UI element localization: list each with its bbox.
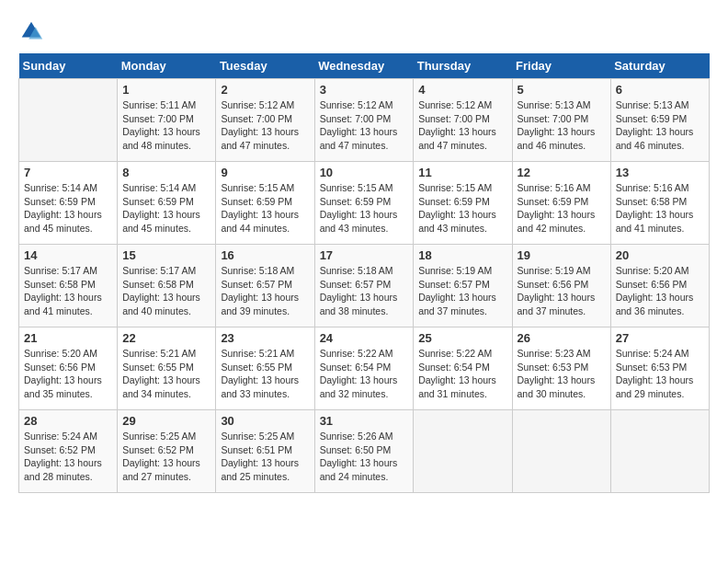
calendar-cell: 9Sunrise: 5:15 AMSunset: 6:59 PMDaylight… (216, 162, 314, 245)
calendar-cell (610, 410, 709, 493)
calendar-cell: 2Sunrise: 5:12 AMSunset: 7:00 PMDaylight… (216, 79, 314, 162)
day-info: Sunrise: 5:24 AMSunset: 6:53 PMDaylight:… (616, 347, 704, 401)
day-info: Sunrise: 5:22 AMSunset: 6:54 PMDaylight:… (418, 347, 506, 401)
weekday-header-row: SundayMondayTuesdayWednesdayThursdayFrid… (19, 53, 710, 79)
calendar-cell: 11Sunrise: 5:15 AMSunset: 6:59 PMDayligh… (414, 162, 512, 245)
day-number: 11 (418, 166, 506, 179)
day-info: Sunrise: 5:12 AMSunset: 7:00 PMDaylight:… (221, 98, 309, 153)
calendar-cell: 26Sunrise: 5:23 AMSunset: 6:53 PMDayligh… (512, 327, 610, 410)
day-number: 21 (24, 331, 112, 345)
calendar-cell: 20Sunrise: 5:20 AMSunset: 6:56 PMDayligh… (610, 245, 709, 327)
calendar-week-row: 1Sunrise: 5:11 AMSunset: 7:00 PMDaylight… (19, 79, 710, 162)
day-info: Sunrise: 5:19 AMSunset: 6:56 PMDaylight:… (518, 264, 606, 318)
day-number: 30 (221, 414, 309, 428)
calendar-cell: 17Sunrise: 5:18 AMSunset: 6:57 PMDayligh… (314, 245, 414, 327)
day-number: 25 (418, 331, 506, 345)
calendar-cell: 8Sunrise: 5:14 AMSunset: 6:59 PMDaylight… (118, 162, 216, 245)
day-number: 24 (320, 331, 409, 345)
day-number: 4 (418, 83, 506, 97)
calendar-cell: 7Sunrise: 5:14 AMSunset: 6:59 PMDaylight… (19, 162, 118, 245)
calendar-week-row: 7Sunrise: 5:14 AMSunset: 6:59 PMDaylight… (19, 162, 710, 245)
day-info: Sunrise: 5:26 AMSunset: 6:50 PMDaylight:… (320, 430, 409, 484)
calendar-cell: 13Sunrise: 5:16 AMSunset: 6:58 PMDayligh… (610, 162, 709, 245)
day-info: Sunrise: 5:25 AMSunset: 6:51 PMDaylight:… (221, 430, 309, 484)
day-number: 29 (122, 414, 210, 428)
weekday-header: Tuesday (216, 53, 314, 79)
day-info: Sunrise: 5:14 AMSunset: 6:59 PMDaylight:… (122, 181, 210, 236)
day-number: 16 (221, 248, 309, 262)
day-info: Sunrise: 5:14 AMSunset: 6:59 PMDaylight:… (24, 181, 112, 236)
day-info: Sunrise: 5:20 AMSunset: 6:56 PMDaylight:… (616, 264, 704, 318)
calendar-cell: 12Sunrise: 5:16 AMSunset: 6:59 PMDayligh… (512, 162, 610, 245)
day-number: 17 (320, 248, 409, 262)
day-number: 9 (221, 166, 309, 179)
day-info: Sunrise: 5:20 AMSunset: 6:56 PMDaylight:… (24, 347, 112, 401)
calendar-cell: 3Sunrise: 5:12 AMSunset: 7:00 PMDaylight… (314, 79, 414, 162)
calendar-week-row: 21Sunrise: 5:20 AMSunset: 6:56 PMDayligh… (19, 327, 710, 410)
calendar-week-row: 14Sunrise: 5:17 AMSunset: 6:58 PMDayligh… (19, 245, 710, 327)
calendar-cell: 6Sunrise: 5:13 AMSunset: 6:59 PMDaylight… (610, 79, 709, 162)
day-info: Sunrise: 5:11 AMSunset: 7:00 PMDaylight:… (122, 98, 210, 153)
day-info: Sunrise: 5:21 AMSunset: 6:55 PMDaylight:… (221, 347, 309, 401)
day-info: Sunrise: 5:15 AMSunset: 6:59 PMDaylight:… (418, 181, 506, 236)
calendar-cell: 18Sunrise: 5:19 AMSunset: 6:57 PMDayligh… (414, 245, 512, 327)
calendar-cell: 29Sunrise: 5:25 AMSunset: 6:52 PMDayligh… (118, 410, 216, 493)
calendar-cell (414, 410, 512, 493)
calendar-cell (512, 410, 610, 493)
day-number: 18 (418, 248, 506, 262)
calendar-cell: 21Sunrise: 5:20 AMSunset: 6:56 PMDayligh… (19, 327, 118, 410)
day-number: 10 (320, 166, 409, 179)
day-number: 12 (518, 166, 606, 179)
calendar-cell: 31Sunrise: 5:26 AMSunset: 6:50 PMDayligh… (314, 410, 414, 493)
day-number: 1 (122, 83, 210, 97)
day-number: 13 (616, 166, 704, 179)
day-number: 7 (24, 166, 112, 179)
day-info: Sunrise: 5:15 AMSunset: 6:59 PMDaylight:… (320, 181, 409, 236)
day-info: Sunrise: 5:21 AMSunset: 6:55 PMDaylight:… (122, 347, 210, 401)
day-info: Sunrise: 5:18 AMSunset: 6:57 PMDaylight:… (221, 264, 309, 318)
weekday-header: Wednesday (314, 53, 414, 79)
calendar-cell: 19Sunrise: 5:19 AMSunset: 6:56 PMDayligh… (512, 245, 610, 327)
page-header (18, 18, 710, 44)
calendar-cell (19, 79, 118, 162)
day-info: Sunrise: 5:15 AMSunset: 6:59 PMDaylight:… (221, 181, 309, 236)
day-number: 27 (616, 331, 704, 345)
day-info: Sunrise: 5:25 AMSunset: 6:52 PMDaylight:… (122, 430, 210, 484)
day-number: 26 (518, 331, 606, 345)
calendar-cell: 25Sunrise: 5:22 AMSunset: 6:54 PMDayligh… (414, 327, 512, 410)
day-number: 3 (320, 83, 409, 97)
calendar-cell: 30Sunrise: 5:25 AMSunset: 6:51 PMDayligh… (216, 410, 314, 493)
day-info: Sunrise: 5:17 AMSunset: 6:58 PMDaylight:… (122, 264, 210, 318)
calendar-cell: 22Sunrise: 5:21 AMSunset: 6:55 PMDayligh… (118, 327, 216, 410)
day-number: 15 (122, 248, 210, 262)
logo-icon (18, 18, 44, 44)
day-info: Sunrise: 5:13 AMSunset: 7:00 PMDaylight:… (518, 98, 606, 153)
day-info: Sunrise: 5:24 AMSunset: 6:52 PMDaylight:… (24, 430, 112, 484)
calendar-cell: 15Sunrise: 5:17 AMSunset: 6:58 PMDayligh… (118, 245, 216, 327)
day-info: Sunrise: 5:12 AMSunset: 7:00 PMDaylight:… (320, 98, 409, 153)
day-info: Sunrise: 5:22 AMSunset: 6:54 PMDaylight:… (320, 347, 409, 401)
day-number: 14 (24, 248, 112, 262)
logo (18, 18, 48, 44)
weekday-header: Sunday (19, 53, 118, 79)
calendar-cell: 10Sunrise: 5:15 AMSunset: 6:59 PMDayligh… (314, 162, 414, 245)
day-number: 31 (320, 414, 409, 428)
day-number: 19 (518, 248, 606, 262)
calendar-cell: 1Sunrise: 5:11 AMSunset: 7:00 PMDaylight… (118, 79, 216, 162)
day-number: 8 (122, 166, 210, 179)
weekday-header: Monday (118, 53, 216, 79)
calendar-cell: 23Sunrise: 5:21 AMSunset: 6:55 PMDayligh… (216, 327, 314, 410)
day-info: Sunrise: 5:12 AMSunset: 7:00 PMDaylight:… (418, 98, 506, 153)
day-info: Sunrise: 5:16 AMSunset: 6:59 PMDaylight:… (518, 181, 606, 236)
calendar-cell: 16Sunrise: 5:18 AMSunset: 6:57 PMDayligh… (216, 245, 314, 327)
calendar-cell: 24Sunrise: 5:22 AMSunset: 6:54 PMDayligh… (314, 327, 414, 410)
calendar-cell: 5Sunrise: 5:13 AMSunset: 7:00 PMDaylight… (512, 79, 610, 162)
day-info: Sunrise: 5:16 AMSunset: 6:58 PMDaylight:… (616, 181, 704, 236)
day-number: 23 (221, 331, 309, 345)
day-number: 28 (24, 414, 112, 428)
calendar-table: SundayMondayTuesdayWednesdayThursdayFrid… (18, 53, 710, 493)
day-number: 20 (616, 248, 704, 262)
weekday-header: Saturday (610, 53, 709, 79)
calendar-week-row: 28Sunrise: 5:24 AMSunset: 6:52 PMDayligh… (19, 410, 710, 493)
day-number: 6 (616, 83, 704, 97)
